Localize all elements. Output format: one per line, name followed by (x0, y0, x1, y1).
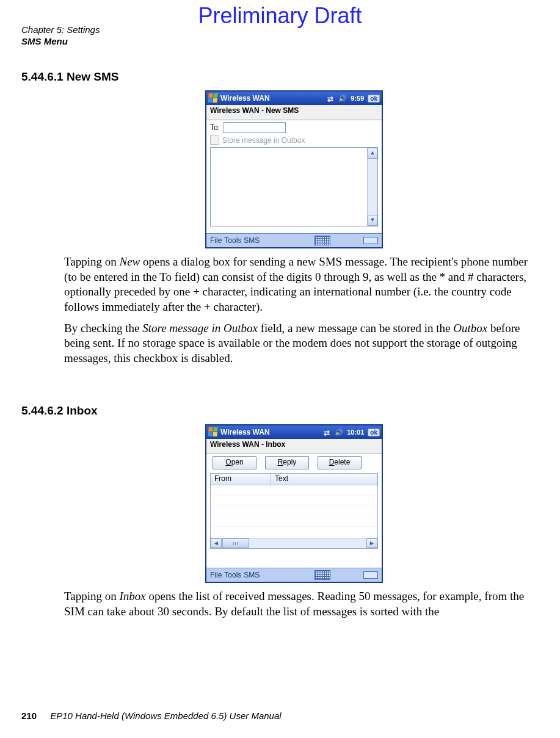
inbox-table: From Text ◄ III ► (210, 473, 378, 549)
table-rows-empty (211, 485, 377, 538)
body-paragraphs-1: Tapping on New opens a dialog box for se… (64, 255, 537, 372)
section-heading-new-sms: 5.44.6.1 New SMS (21, 70, 118, 84)
header-chapter: Chapter 5: Settings (21, 24, 100, 36)
keyboard-icon[interactable] (315, 570, 330, 580)
menu-file[interactable]: File (210, 571, 222, 579)
windows-flag-icon (208, 427, 219, 437)
page-footer: 210 EP10 Hand-Held (Windows Embedded 6.5… (21, 711, 282, 721)
reply-button[interactable]: Reply (265, 456, 309, 469)
menubar: File Tools SMS (206, 568, 382, 582)
titlebar-time: 10:01 (347, 429, 364, 436)
scroll-down-icon[interactable]: ▼ (368, 215, 377, 226)
column-header-text[interactable]: Text (271, 474, 377, 485)
speaker-icon (338, 95, 347, 103)
horizontal-scrollbar[interactable]: ◄ III ► (211, 538, 377, 548)
speaker-icon (335, 429, 343, 436)
titlebar-title: Wireless WAN (220, 94, 327, 103)
screenshot-inbox: Wireless WAN 10:01 ok Wireless WAN - Inb… (205, 424, 383, 583)
menu-file[interactable]: File (210, 236, 222, 245)
column-header-from[interactable]: From (211, 474, 271, 485)
scroll-left-icon[interactable]: ◄ (211, 538, 222, 548)
section-heading-inbox: 5.44.6.2 Inbox (21, 404, 98, 418)
windows-flag-icon (208, 93, 219, 103)
screenshot-new-sms: Wireless WAN 9:59 ok Wireless WAN - New … (205, 90, 383, 248)
footer-title: EP10 Hand-Held (Windows Embedded 6.5) Us… (50, 711, 281, 721)
store-outbox-label: Store message in Outbox (222, 136, 305, 145)
menubar: File Tools SMS (206, 233, 382, 247)
ok-button[interactable]: ok (368, 95, 380, 103)
ok-button[interactable]: ok (368, 429, 380, 436)
body-paragraphs-2: Tapping on Inbox opens the list of recei… (64, 589, 537, 625)
running-header: Chapter 5: Settings SMS Menu (21, 24, 100, 48)
header-section: SMS Menu (21, 36, 100, 48)
vertical-scrollbar[interactable]: ▲ ▼ (367, 148, 377, 226)
connectivity-icon (327, 95, 335, 102)
scroll-right-icon[interactable]: ► (366, 538, 377, 548)
open-button[interactable]: Open (213, 456, 256, 469)
sip-icon[interactable] (363, 237, 378, 244)
page-number: 210 (21, 711, 37, 721)
menu-tools[interactable]: Tools (224, 236, 241, 245)
delete-button[interactable]: Delete (318, 456, 362, 469)
connectivity-icon (324, 429, 331, 436)
titlebar: Wireless WAN 10:01 ok (206, 425, 382, 439)
scroll-up-icon[interactable]: ▲ (368, 148, 377, 159)
titlebar-title: Wireless WAN (220, 428, 324, 436)
titlebar: Wireless WAN 9:59 ok (206, 92, 382, 105)
sip-icon[interactable] (363, 571, 378, 579)
to-label: To: (210, 123, 220, 132)
to-input[interactable] (224, 122, 286, 133)
store-outbox-checkbox[interactable] (210, 136, 219, 145)
menu-sms[interactable]: SMS (244, 236, 260, 245)
message-textarea[interactable]: ▲ ▼ (210, 147, 378, 226)
scroll-thumb[interactable]: III (222, 538, 249, 548)
menu-tools[interactable]: Tools (224, 571, 241, 579)
titlebar-time: 9:59 (351, 95, 364, 102)
keyboard-icon[interactable] (315, 236, 330, 245)
menu-sms[interactable]: SMS (244, 571, 260, 579)
